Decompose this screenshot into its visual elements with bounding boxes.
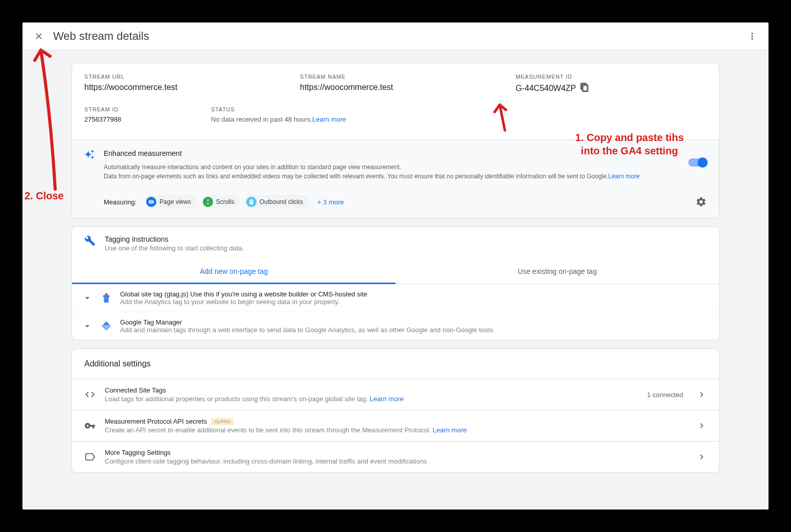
- close-icon: [34, 31, 44, 41]
- gtm-desc: Add and maintain tags through a web inte…: [120, 326, 709, 334]
- tab-add-new-tag[interactable]: Add new on-page tag: [72, 260, 395, 284]
- connected-learn-more-link[interactable]: Learn more: [369, 395, 403, 403]
- more-tagging-title: More Tagging Settings: [105, 449, 171, 456]
- tagging-instructions-card: Tagging Instructions Use one of the foll…: [72, 226, 719, 340]
- tag-icon: [84, 451, 96, 462]
- enhanced-desc-line1: Automatically measure interactions and c…: [104, 163, 707, 172]
- stream-name-label: STREAM NAME: [300, 74, 491, 80]
- svg-rect-0: [105, 294, 107, 296]
- chevron-right-icon: [696, 452, 707, 462]
- chevron-right-icon: [696, 421, 707, 431]
- connected-desc: Load tags for additional properties or p…: [105, 395, 369, 403]
- stream-id-value: 2756377988: [84, 115, 187, 123]
- web-stream-details-dialog: Web stream details STREAM URL https://wo…: [22, 22, 769, 510]
- stream-name-value: https://woocommerce.test: [300, 83, 491, 92]
- tagging-title: Tagging Instructions: [105, 235, 244, 243]
- enhanced-desc-line2: Data from on-page elements such as links…: [104, 173, 608, 180]
- sparkle-icon: [84, 149, 95, 159]
- status-text: No data received in past 48 hours.: [211, 115, 312, 123]
- copy-measurement-id-button[interactable]: [580, 83, 591, 94]
- chip-outbound-clicks: Outbound clicks: [245, 195, 308, 209]
- chip-page-views: Page views: [145, 195, 196, 209]
- stream-id-label: STREAM ID: [84, 106, 187, 112]
- api-secrets-row[interactable]: Measurement Protocol API secrets ALPHA C…: [72, 410, 719, 441]
- tab-use-existing-tag[interactable]: Use existing on-page tag: [395, 260, 719, 284]
- mouse-icon: [246, 197, 257, 207]
- gtm-icon: [101, 320, 112, 332]
- wrench-icon: [84, 235, 96, 246]
- enhanced-learn-more-link[interactable]: Learn more: [608, 173, 639, 180]
- api-desc: Create an API secret to enable additiona…: [105, 426, 433, 434]
- tagging-tabs: Add new on-page tag Use existing on-page…: [72, 260, 719, 284]
- alpha-badge: ALPHA: [211, 418, 234, 425]
- additional-settings-title: Additional settings: [72, 349, 719, 379]
- close-button[interactable]: [33, 30, 45, 42]
- additional-settings-card: Additional settings Connected Site Tags …: [72, 349, 719, 473]
- connected-site-tags-row[interactable]: Connected Site Tags Load tags for additi…: [72, 379, 719, 410]
- chevron-right-icon: [696, 389, 707, 400]
- dialog-title: Web stream details: [53, 30, 149, 43]
- code-icon: [84, 389, 96, 400]
- gear-icon: [695, 196, 707, 207]
- more-tagging-row[interactable]: More Tagging Settings Configure client-s…: [72, 441, 719, 472]
- eye-icon: [146, 197, 156, 207]
- api-learn-more-link[interactable]: Learn more: [433, 426, 467, 434]
- scroll-icon: [203, 197, 213, 207]
- gtag-expand-item[interactable]: Global site tag (gtag.js) Use this if yo…: [72, 284, 719, 312]
- more-chips-button[interactable]: + 3 more: [313, 196, 348, 208]
- status-learn-more-link[interactable]: Learn more: [312, 115, 346, 123]
- connected-count: 1 connected: [647, 391, 683, 399]
- chip-scrolls: Scrolls: [201, 195, 240, 209]
- dialog-body: STREAM URL https://woocommerce.test STRE…: [22, 51, 769, 510]
- stream-url-value: https://woocommerce.test: [84, 83, 275, 92]
- copy-icon: [580, 83, 589, 92]
- gtag-desc: Add the Analytics tag to your website to…: [120, 298, 709, 306]
- measuring-label: Measuring:: [104, 198, 136, 206]
- stream-url-label: STREAM URL: [84, 74, 275, 80]
- enhanced-measurement-title: Enhanced measurement: [104, 149, 707, 157]
- key-icon: [84, 420, 96, 431]
- enhanced-measurement-section: Enhanced measurement Automatically measu…: [72, 140, 719, 218]
- more-menu-button[interactable]: [746, 30, 758, 42]
- gtag-title: Global site tag (gtag.js): [120, 290, 189, 298]
- dialog-header: Web stream details: [22, 22, 769, 51]
- enhanced-measurement-toggle[interactable]: [688, 158, 707, 167]
- stream-info-card: STREAM URL https://woocommerce.test STRE…: [72, 63, 719, 218]
- gtm-expand-item[interactable]: Google Tag Manager Add and maintain tags…: [72, 312, 719, 340]
- gtag-icon: [101, 292, 112, 304]
- enhanced-settings-button[interactable]: [695, 196, 707, 207]
- more-vert-icon: [747, 31, 757, 41]
- api-title: Measurement Protocol API secrets: [105, 418, 207, 425]
- measurement-id-label: MEASUREMENT ID: [516, 74, 707, 80]
- measurement-id-value: G-44C540W4ZP: [516, 84, 576, 93]
- gtm-title: Google Tag Manager: [120, 318, 182, 326]
- chevron-down-icon: [82, 321, 92, 331]
- connected-title: Connected Site Tags: [105, 386, 166, 394]
- gtag-hint: Use this if you're using a website build…: [190, 290, 367, 298]
- tagging-subtitle: Use one of the following to start collec…: [105, 244, 244, 252]
- status-label: STATUS: [211, 106, 707, 112]
- chevron-down-icon: [82, 293, 92, 303]
- more-tagging-desc: Configure client-side tagging behaviour,…: [105, 457, 687, 465]
